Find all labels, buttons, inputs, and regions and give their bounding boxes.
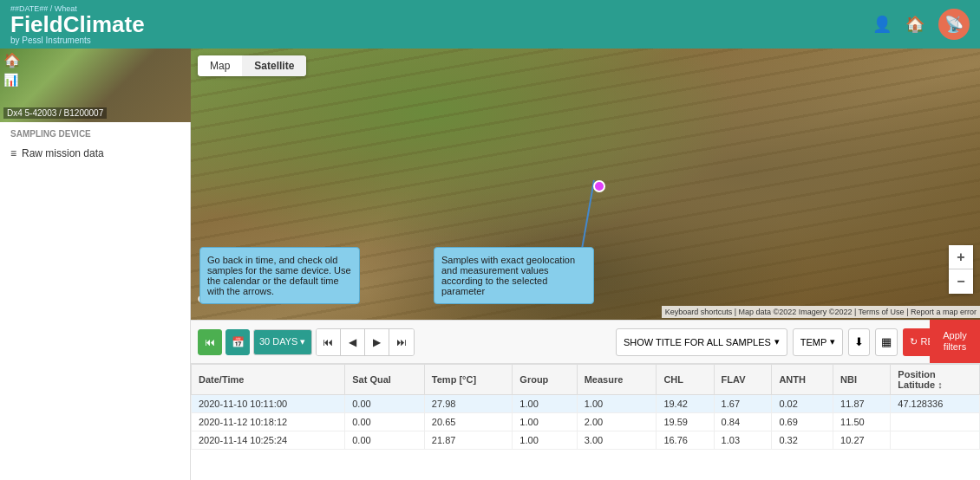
app-title: FieldClimate	[10, 13, 145, 36]
table-cell	[891, 413, 980, 431]
table-cell: 16.76	[657, 431, 714, 450]
download-button[interactable]: ⬇	[848, 328, 870, 356]
col-group: Group	[513, 365, 577, 395]
map-type-map-btn[interactable]: Map	[198, 55, 242, 76]
table-cell: 1.00	[513, 395, 577, 413]
user-icon-button[interactable]: 👤	[872, 15, 892, 34]
zoom-out-button[interactable]: −	[949, 269, 973, 294]
nav-button-group: ⏮ ◀ ▶ ⏭	[316, 328, 415, 356]
table-cell: 2020-11-12 10:18:12	[192, 413, 345, 431]
table-header-row: Date/Time Sat Qual Temp [°C] Group Measu…	[192, 365, 980, 395]
device-image: 🏠 📊 Dx4 5-42003 / B1200007	[0, 49, 191, 122]
app-title-text: FieldClimate	[10, 11, 145, 37]
temp-label: TEMP	[800, 337, 827, 347]
map-type-buttons: Map Satellite	[198, 55, 306, 76]
table-cell: 21.87	[424, 431, 513, 450]
table-cell: 1.00	[513, 431, 577, 450]
nav-first-icon: ⏮	[205, 336, 215, 348]
device-label: Dx4 5-42003 / B1200007	[3, 107, 107, 119]
download-icon: ⬇	[854, 335, 864, 348]
col-nbi: NBI	[833, 365, 891, 395]
tooltip-samples-text: Samples with exact geolocation and measu…	[441, 255, 575, 296]
table-cell: 0.00	[345, 395, 425, 413]
table-cell: 0.84	[714, 413, 772, 431]
table-cell: 2.00	[577, 413, 657, 431]
app-by: by Pessl Instruments	[10, 36, 145, 45]
grid-icon: ▦	[881, 335, 892, 348]
table-cell	[891, 431, 980, 450]
show-title-arrow: ▾	[774, 336, 780, 347]
zoom-controls: + −	[949, 245, 973, 294]
nav-last-button[interactable]: ⏭	[389, 329, 414, 355]
table-cell: 1.00	[513, 413, 577, 431]
nav-prev-prev-button[interactable]: ⏮	[317, 329, 341, 355]
table-cell: 11.50	[833, 413, 891, 431]
location-icon-button[interactable]: 📡	[938, 9, 970, 40]
map-type-satellite-btn[interactable]: Satellite	[242, 55, 306, 76]
col-position: PositionLatitude ↕	[891, 365, 980, 395]
nav-first-button[interactable]: ⏮	[198, 329, 222, 355]
col-sat-qual: Sat Qual	[345, 365, 425, 395]
content-area: Map Satellite + − Google Keyboard shortc…	[191, 49, 980, 480]
show-title-label: SHOW TITLE FOR ALL SAMPLES	[624, 337, 771, 347]
sampling-device-section: SAMPLING DEVICE ≡ Raw mission data	[0, 122, 190, 170]
raw-mission-data-item[interactable]: ≡ Raw mission data	[10, 144, 180, 163]
table-cell: 1.67	[714, 395, 772, 413]
table-row: 2020-11-10 10:11:000.0027.981.001.0019.4…	[192, 395, 980, 413]
col-flav: FLAV	[714, 365, 772, 395]
header-icons: 👤 🏠 📡	[872, 9, 970, 40]
zoom-in-button[interactable]: +	[949, 245, 973, 269]
temp-dropdown-button[interactable]: TEMP ▾	[793, 328, 844, 356]
nav-prev-button[interactable]: ◀	[341, 329, 365, 355]
map-attribution: Keyboard shortcuts | Map data ©2022 Imag…	[662, 306, 980, 318]
tooltip-samples: Samples with exact geolocation and measu…	[434, 247, 594, 304]
table-cell: 2020-11-14 10:25:24	[192, 431, 345, 450]
controls-right: SHOW TITLE FOR ALL SAMPLES ▾ TEMP ▾ ⬇ ▦	[616, 328, 973, 356]
data-table: Date/Time Sat Qual Temp [°C] Group Measu…	[191, 364, 980, 450]
table-cell: 0.00	[345, 413, 425, 431]
days-label: 30 DAYS ▾	[259, 336, 306, 347]
col-temp: Temp [°C]	[424, 365, 513, 395]
home-icon: 🏠	[3, 52, 21, 68]
temp-arrow: ▾	[830, 336, 835, 347]
raw-mission-icon: ≡	[10, 147, 16, 159]
apply-filters-label: Apply filters	[933, 330, 977, 353]
grid-button[interactable]: ▦	[875, 328, 898, 356]
main-layout: 🏠 📊 Dx4 5-42003 / B1200007 SAMPLING DEVI…	[0, 49, 980, 480]
map-icon-button[interactable]: 🏠	[905, 15, 924, 34]
tooltip-goback-text: Go back in time, and check old samples f…	[207, 255, 351, 296]
table-cell: 20.65	[424, 413, 513, 431]
tooltip-goback: Go back in time, and check old samples f…	[199, 247, 360, 304]
days-dropdown[interactable]: 30 DAYS ▾	[253, 329, 312, 355]
table-cell: 47.128336	[891, 395, 980, 413]
calendar-button[interactable]: 📅	[225, 329, 250, 355]
table-cell: 0.69	[772, 413, 833, 431]
nav-next-button[interactable]: ▶	[365, 329, 389, 355]
col-measure: Measure	[577, 365, 657, 395]
apply-filters-button[interactable]: Apply filters	[930, 320, 980, 363]
table-cell: 0.32	[772, 431, 833, 450]
table-wrapper: Date/Time Sat Qual Temp [°C] Group Measu…	[191, 364, 980, 450]
table-cell: 0.02	[772, 395, 833, 413]
header: ##DATE## / Wheat FieldClimate by Pessl I…	[0, 0, 980, 49]
sidebar-section-title: SAMPLING DEVICE	[10, 129, 180, 139]
col-chl: CHL	[657, 365, 714, 395]
map-section[interactable]: Map Satellite + − Google Keyboard shortc…	[191, 49, 980, 363]
col-datetime: Date/Time	[192, 365, 345, 395]
table-cell: 2020-11-10 10:11:00	[192, 395, 345, 413]
table-cell: 19.59	[657, 413, 714, 431]
raw-mission-label: Raw mission data	[22, 147, 104, 159]
table-cell: 1.03	[714, 431, 772, 450]
controls-bar: ⏮ 📅 30 DAYS ▾ ⏮ ◀ ▶ ⏭	[191, 320, 980, 363]
table-cell: 27.98	[424, 395, 513, 413]
table-cell: 3.00	[577, 431, 657, 450]
chart-icon: 📊	[3, 73, 18, 87]
table-section: Date/Time Sat Qual Temp [°C] Group Measu…	[191, 363, 980, 480]
table-body: 2020-11-10 10:11:000.0027.981.001.0019.4…	[192, 395, 980, 450]
sidebar: 🏠 📊 Dx4 5-42003 / B1200007 SAMPLING DEVI…	[0, 49, 191, 480]
table-cell: 1.00	[577, 395, 657, 413]
table-cell: 19.42	[657, 395, 714, 413]
calendar-icon: 📅	[232, 336, 245, 348]
show-title-button[interactable]: SHOW TITLE FOR ALL SAMPLES ▾	[616, 328, 787, 356]
table-row: 2020-11-12 10:18:120.0020.651.002.0019.5…	[192, 413, 980, 431]
